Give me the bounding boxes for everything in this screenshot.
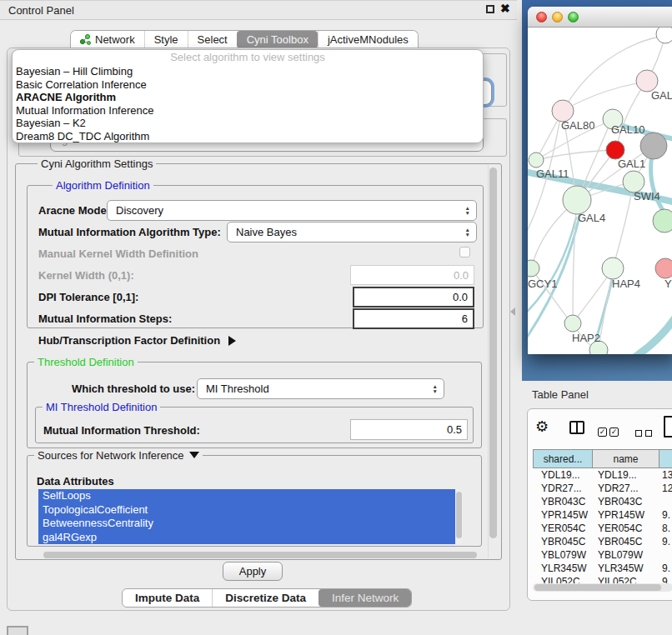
tab-label: jActiveMNodules	[328, 31, 409, 48]
gear-icon[interactable]: ⚙	[535, 418, 549, 436]
attribute-item-selfloops[interactable]: SelfLoops	[38, 489, 455, 503]
column-layout-icon[interactable]	[569, 421, 584, 434]
split-pane-arrow-icon[interactable]	[510, 308, 515, 316]
table-row[interactable]: YBR043CYBR043C	[533, 495, 672, 508]
network-node-hap2[interactable]	[564, 315, 581, 332]
network-window: GALGAL80GAL10GAL1GAL11GAL4SWI4GCY1HAP4YH…	[528, 7, 672, 354]
combo-spinner-icon: ▲▼	[459, 206, 476, 215]
algorithm-option-bayesian-k2[interactable]: Bayesian – K2	[13, 117, 483, 130]
minimized-panel-chip[interactable]	[7, 626, 28, 635]
attribute-item-betweennesscentrality[interactable]: BetweennessCentrality	[38, 517, 455, 531]
node-label-gal80: GAL80	[561, 119, 594, 132]
network-node[interactable]	[656, 28, 672, 43]
table-row[interactable]: YDR27...YDR27...12	[533, 482, 672, 495]
control-panel-tabs: NetworkStyleSelectCyni ToolboxjActiveMNo…	[70, 30, 419, 48]
mi-steps-value: 6	[462, 312, 468, 325]
mi-type-combobox[interactable]: Naive Bayes ▲▼	[227, 222, 477, 242]
bottom-tab-discretize-data[interactable]: Discretize Data	[212, 589, 318, 607]
table-cell: 9.	[659, 575, 672, 583]
select-all-checkboxes-icon[interactable]: ✓✓	[598, 422, 621, 438]
apply-button[interactable]: Apply	[223, 562, 283, 581]
aracne-mode-combobox[interactable]: Discovery ▲▼	[107, 200, 477, 221]
table-cell	[659, 548, 672, 562]
cyni-settings-title: Cyni Algorithm Settings	[38, 158, 156, 170]
column-header-name[interactable]: name	[593, 449, 659, 468]
attribute-item-topologicalcoefficient[interactable]: TopologicalCoefficient	[38, 503, 455, 518]
hub-definition-expander[interactable]: Hub/Transcription Factor Definition	[38, 334, 236, 347]
algorithm-option-bayesian-hill-climbing[interactable]: Bayesian – Hill Climbing	[13, 65, 483, 78]
network-node-gal4[interactable]	[563, 186, 591, 214]
table-row[interactable]: YDL19...YDL19...13	[533, 468, 672, 482]
table-row[interactable]: YER054CYER054C8.	[533, 522, 672, 535]
float-window-icon[interactable]	[486, 5, 494, 13]
network-node[interactable]	[640, 132, 667, 159]
node-label-gal4: GAL4	[578, 212, 605, 224]
network-node-gcy1[interactable]	[528, 260, 539, 277]
mi-threshold-field[interactable]: 0.5	[350, 419, 468, 440]
tab-network[interactable]: Network	[71, 31, 144, 48]
network-window-titlebar[interactable]	[528, 7, 672, 28]
algorithm-dropdown: Select algorithm to view settings Bayesi…	[12, 49, 484, 143]
settings-horizontal-scrollbar[interactable]	[42, 551, 482, 559]
algorithm-option-dream8-dc-tdc-algorithm[interactable]: Dream8 DC_TDC Algorithm	[13, 130, 483, 143]
network-node-y[interactable]	[655, 258, 672, 278]
settings-vertical-scrollbar[interactable]	[488, 165, 498, 558]
algorithm-option-basic-correlation-inference[interactable]: Basic Correlation Inference	[13, 78, 483, 92]
kernel-width-field[interactable]: 0.0	[350, 265, 474, 285]
data-attributes-list[interactable]: SelfLoopsTopologicalCoefficientBetweenne…	[38, 489, 455, 544]
combo-spinner-icon: ▲▼	[459, 228, 476, 237]
tab-style[interactable]: Style	[144, 31, 188, 48]
table-row[interactable]: YBL079WYBL079W	[533, 548, 672, 562]
column-header-shared[interactable]: shared...	[533, 449, 593, 468]
table-row[interactable]: YIL052CYIL052C9.	[533, 575, 672, 583]
tab-label: Cyni Toolbox	[247, 31, 308, 48]
close-traffic-light-icon[interactable]	[536, 12, 547, 22]
table-cell	[659, 495, 672, 508]
tab-jactivemnodules[interactable]: jActiveMNodules	[318, 31, 418, 48]
node-label-swi4: SWI4	[634, 190, 660, 202]
minimize-traffic-light-icon[interactable]	[552, 12, 563, 22]
deselect-checkboxes-icon[interactable]	[635, 425, 655, 440]
table-cell: YBR045C	[533, 535, 593, 548]
table-cell: YIL052C	[533, 575, 593, 583]
network-node-hap4[interactable]	[602, 258, 624, 279]
node-label-gal1: GAL1	[618, 158, 645, 170]
table-cell: YLR345W	[593, 562, 659, 575]
algorithm-option-mutual-information-inference[interactable]: Mutual Information Inference	[13, 104, 483, 118]
network-node-gal11[interactable]	[529, 152, 544, 168]
algorithm-option-aracne-algorithm[interactable]: ARACNE Algorithm	[13, 91, 483, 104]
node-label-gal: GAL	[651, 89, 672, 102]
table-cell: 8.	[659, 522, 672, 535]
table-cell: YLR345W	[533, 562, 593, 575]
mi-steps-field[interactable]: 6	[353, 308, 474, 329]
network-node[interactable]	[606, 141, 624, 159]
attributes-list-scrollbar[interactable]	[455, 490, 463, 543]
document-icon[interactable]	[664, 416, 672, 438]
dpi-tolerance-field[interactable]: 0.0	[353, 287, 474, 308]
bottom-tab-infer-network[interactable]: Infer Network	[318, 589, 411, 607]
table-row[interactable]: YLR345WYLR345W9.	[533, 562, 672, 575]
table-cell: 9.	[659, 562, 672, 575]
which-threshold-combobox[interactable]: MI Threshold ▲▼	[197, 378, 444, 399]
bottom-tab-impute-data[interactable]: Impute Data	[123, 589, 212, 607]
table-panel: ⚙ ✓✓ shared...nameA YDL19...YDL19...13YD…	[527, 408, 672, 601]
table-horizontal-scrollbar[interactable]	[533, 583, 672, 592]
network-node-swi4[interactable]	[653, 209, 672, 232]
control-panel-title: Control Panel	[8, 4, 74, 17]
table-cell: YPR145W	[533, 508, 593, 522]
network-icon	[80, 34, 91, 45]
desktop-background: GALGAL80GAL10GAL1GAL11GAL4SWI4GCY1HAP4YH…	[522, 0, 672, 381]
sources-title-wrap[interactable]: Sources for Network Inference	[34, 449, 203, 462]
zoom-traffic-light-icon[interactable]	[568, 12, 579, 22]
node-label-hap4: HAP4	[612, 278, 640, 290]
close-icon[interactable]: ✖	[500, 2, 510, 15]
network-view[interactable]: GALGAL80GAL10GAL1GAL11GAL4SWI4GCY1HAP4YH…	[528, 28, 672, 354]
tab-cyni-toolbox[interactable]: Cyni Toolbox	[237, 31, 318, 48]
table-row[interactable]: YBR045CYBR045C9.	[533, 535, 672, 548]
table-cell: YBL079W	[533, 548, 593, 562]
manual-kernel-checkbox[interactable]	[459, 247, 470, 258]
attribute-item-gal4rgexp[interactable]: gal4RGexp	[38, 531, 455, 545]
column-header-a[interactable]: A	[659, 449, 672, 468]
tab-select[interactable]: Select	[188, 31, 237, 48]
table-row[interactable]: YPR145WYPR145W9.	[533, 508, 672, 522]
